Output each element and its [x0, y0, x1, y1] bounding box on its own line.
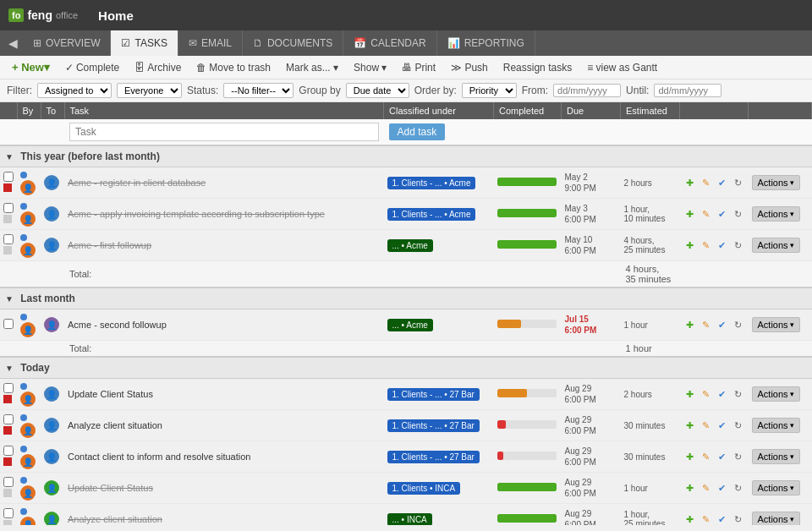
tab-overview[interactable]: ⊞ OVERVIEW: [23, 30, 111, 56]
refresh-icon[interactable]: ↻: [732, 176, 745, 189]
add-icon[interactable]: ✚: [683, 481, 697, 495]
tab-reporting[interactable]: 📊 REPORTING: [437, 30, 535, 56]
order-by-select[interactable]: Priority: [462, 83, 517, 98]
logo: fo feng office: [8, 8, 81, 22]
edit-icon[interactable]: ✎: [700, 387, 713, 401]
group-toggle-icon[interactable]: ▼: [5, 294, 14, 304]
total-estimated: 1 hour: [621, 341, 680, 358]
row-checkbox[interactable]: [3, 477, 14, 487]
cell-to: 👤: [41, 167, 64, 199]
complete-button[interactable]: ✓ Complete: [60, 60, 124, 75]
edit-icon[interactable]: ✎: [700, 512, 713, 525]
assigned-to-value-select[interactable]: Everyone: [117, 83, 182, 98]
edit-icon[interactable]: ✎: [700, 318, 713, 331]
row-checkbox[interactable]: [3, 203, 14, 213]
actions-button[interactable]: Actions ▾: [752, 418, 800, 433]
add-icon[interactable]: ✚: [683, 238, 697, 252]
refresh-icon[interactable]: ↻: [732, 318, 745, 331]
reassign-button[interactable]: Reassign tasks: [498, 60, 577, 75]
actions-button[interactable]: Actions ▾: [752, 512, 800, 525]
refresh-icon[interactable]: ↻: [732, 207, 745, 221]
row-checkbox[interactable]: [3, 383, 14, 393]
actions-button[interactable]: Actions ▾: [752, 449, 800, 464]
edit-icon[interactable]: ✎: [700, 176, 713, 189]
add-icon[interactable]: ✚: [683, 207, 697, 221]
edit-icon[interactable]: ✎: [700, 419, 713, 432]
row-checkbox[interactable]: [3, 319, 14, 329]
refresh-icon[interactable]: ↻: [732, 387, 745, 401]
add-icon[interactable]: ✚: [683, 419, 697, 432]
from-date-input[interactable]: [553, 84, 621, 97]
task-name[interactable]: Analyze client situation: [68, 514, 162, 524]
actions-button[interactable]: Actions ▾: [752, 386, 800, 402]
task-name[interactable]: Acme - second followup: [68, 320, 167, 330]
assigned-to-type-select[interactable]: Assigned to: [37, 83, 112, 98]
edit-icon[interactable]: ✎: [700, 450, 713, 463]
tab-calendar[interactable]: 📅 CALENDAR: [343, 30, 436, 56]
complete-icon[interactable]: ✔: [716, 176, 729, 189]
status-select[interactable]: --No filter--: [223, 83, 294, 98]
task-input[interactable]: [69, 123, 379, 141]
trash-button[interactable]: 🗑 Move to trash: [191, 60, 276, 75]
edit-icon[interactable]: ✎: [700, 481, 713, 495]
row-checkbox[interactable]: [3, 234, 14, 244]
actions-button[interactable]: Actions ▾: [752, 317, 800, 332]
cell-classified: ... • INCA: [384, 504, 494, 526]
add-icon[interactable]: ✚: [683, 176, 697, 189]
tab-tasks[interactable]: ☑ TASKS: [111, 30, 178, 56]
complete-icon[interactable]: ✔: [716, 238, 729, 252]
group-toggle-icon[interactable]: ▼: [5, 364, 14, 373]
until-date-input[interactable]: [654, 84, 721, 97]
row-checkbox[interactable]: [3, 172, 14, 182]
complete-icon[interactable]: ✔: [716, 481, 729, 495]
task-name[interactable]: Acme - apply invoicing template accordin…: [68, 209, 325, 219]
add-icon[interactable]: ✚: [683, 450, 697, 463]
cell-task: Analyze client situation: [64, 410, 384, 441]
archive-button[interactable]: 🗄 Archive: [129, 60, 186, 75]
row-checkbox[interactable]: [3, 446, 14, 456]
actions-button[interactable]: Actions ▾: [752, 206, 800, 222]
refresh-icon[interactable]: ↻: [732, 238, 745, 252]
task-name[interactable]: Acme - first followup: [68, 240, 151, 250]
cell-to: 👤: [41, 410, 64, 441]
complete-icon[interactable]: ✔: [716, 419, 729, 432]
actions-button[interactable]: Actions ▾: [752, 480, 800, 495]
nav-back-arrow[interactable]: ◀: [3, 30, 23, 56]
task-name[interactable]: Update Client Status: [68, 389, 153, 399]
add-icon[interactable]: ✚: [683, 512, 697, 525]
actions-button[interactable]: Actions ▾: [752, 238, 800, 253]
gantt-button[interactable]: ≡ view as Gantt: [582, 60, 662, 75]
task-name[interactable]: Analyze client situation: [68, 420, 162, 430]
complete-icon[interactable]: ✔: [716, 387, 729, 401]
complete-icon[interactable]: ✔: [716, 450, 729, 463]
actions-button[interactable]: Actions ▾: [752, 175, 800, 190]
task-name[interactable]: Acme - register in client database: [68, 178, 206, 188]
mark-button[interactable]: Mark as... ▾: [281, 60, 343, 75]
row-checkbox[interactable]: [3, 414, 14, 424]
push-button[interactable]: ≫ Push: [446, 60, 493, 75]
refresh-icon[interactable]: ↻: [732, 481, 745, 495]
task-name[interactable]: Update Client Status: [68, 483, 153, 493]
complete-icon[interactable]: ✔: [716, 318, 729, 331]
new-button[interactable]: + New▾: [7, 59, 55, 75]
tab-email[interactable]: ✉ EMAIL: [178, 30, 243, 56]
row-checkbox[interactable]: [3, 508, 14, 518]
complete-icon[interactable]: ✔: [716, 512, 729, 525]
refresh-icon[interactable]: ↻: [732, 450, 745, 463]
group-toggle-icon[interactable]: ▼: [5, 152, 14, 161]
calendar-icon: 📅: [354, 37, 366, 49]
add-icon[interactable]: ✚: [683, 387, 697, 401]
add-task-button[interactable]: Add task: [389, 123, 446, 140]
show-button[interactable]: Show ▾: [348, 60, 392, 75]
edit-icon[interactable]: ✎: [700, 238, 713, 252]
complete-icon[interactable]: ✔: [716, 207, 729, 221]
refresh-icon[interactable]: ↻: [732, 512, 745, 525]
edit-icon[interactable]: ✎: [700, 207, 713, 221]
refresh-icon[interactable]: ↻: [732, 419, 745, 432]
group-by-select[interactable]: Due date: [346, 83, 409, 98]
task-name[interactable]: Contact client to inform and resolve sit…: [68, 452, 250, 462]
print-button[interactable]: 🖶 Print: [397, 60, 441, 75]
tab-documents[interactable]: 🗋 DOCUMENTS: [243, 30, 343, 56]
add-icon[interactable]: ✚: [683, 318, 697, 331]
table-row: 👤👤Update Client Status1. Clients • INCAA…: [0, 473, 812, 504]
